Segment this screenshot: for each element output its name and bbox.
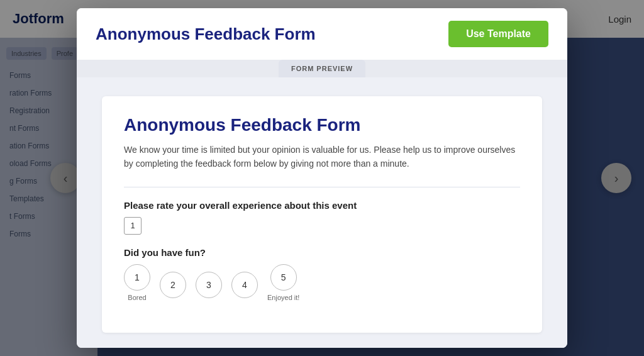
form-description: We know your time is limited but your op… bbox=[124, 143, 520, 171]
form-content-area: Anonymous Feedback Form We know your tim… bbox=[77, 77, 567, 348]
scale-option-4: 4 bbox=[231, 272, 258, 301]
scale-option-3: 3 bbox=[196, 272, 222, 301]
scale-btn-3[interactable]: 3 bbox=[196, 272, 222, 298]
scale-btn-1[interactable]: 1 bbox=[124, 264, 150, 291]
question-2: Did you have fun? 1 Bored 2 3 bbox=[124, 247, 520, 301]
scale-btn-5[interactable]: 5 bbox=[270, 264, 297, 291]
scale-option-2: 2 bbox=[160, 272, 186, 301]
question-1-label: Please rate your overall experience abou… bbox=[124, 200, 520, 211]
scale-label-min: Bored bbox=[128, 294, 146, 301]
scale-label-max: Enjoyed it! bbox=[267, 294, 299, 301]
scale-btn-2[interactable]: 2 bbox=[160, 272, 186, 298]
form-preview-tab[interactable]: FORM PREVIEW bbox=[279, 60, 365, 77]
form-inner: Anonymous Feedback Form We know your tim… bbox=[102, 96, 542, 333]
scale-circles-row: 1 Bored 2 3 4 bbox=[124, 264, 520, 301]
modal-header: Anonymous Feedback Form Use Template bbox=[77, 8, 567, 60]
modal-title: Anonymous Feedback Form bbox=[96, 25, 316, 44]
form-divider bbox=[124, 187, 520, 187]
rating-box[interactable]: 1 bbox=[124, 217, 142, 235]
question-1: Please rate your overall experience abou… bbox=[124, 200, 520, 235]
modal-overlay: Anonymous Feedback Form Use Template FOR… bbox=[0, 0, 644, 356]
use-template-button[interactable]: Use Template bbox=[448, 21, 548, 47]
scale-btn-4[interactable]: 4 bbox=[231, 272, 258, 298]
form-preview-tab-container: FORM PREVIEW bbox=[77, 60, 567, 77]
scale-option-1: 1 Bored bbox=[124, 264, 150, 301]
question-2-label: Did you have fun? bbox=[124, 247, 520, 258]
modal-dialog: Anonymous Feedback Form Use Template FOR… bbox=[77, 8, 567, 348]
form-heading: Anonymous Feedback Form bbox=[124, 115, 520, 135]
scale-option-5: 5 Enjoyed it! bbox=[267, 264, 299, 301]
